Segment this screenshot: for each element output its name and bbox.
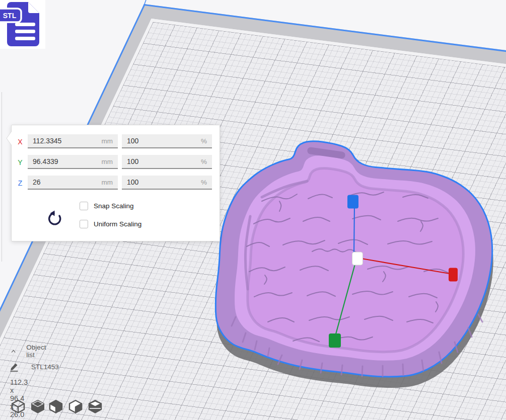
cura-3d-viewport: STL X mm % Y mm % — [0, 0, 506, 420]
scale-handle-y[interactable] — [329, 333, 341, 348]
scale-handle-z[interactable] — [347, 195, 358, 209]
collapsed-sidebar-divider — [2, 92, 2, 262]
axis-z-label: Z — [15, 176, 26, 191]
z-percent-field: % — [122, 176, 212, 190]
view-mode-toolbar — [11, 399, 107, 414]
x-size-field: mm — [28, 134, 118, 148]
y-percent-field: % — [122, 155, 212, 169]
snap-scaling-row: Snap Scaling — [80, 202, 134, 210]
edit-pencil-icon — [9, 362, 19, 372]
mm-unit-label: mm — [102, 158, 113, 165]
scale-axis-line-z — [354, 206, 354, 253]
reset-scale-button[interactable] — [46, 210, 63, 227]
view-cube-solid-icon[interactable] — [30, 399, 45, 414]
x-percent-field: % — [122, 134, 212, 148]
stl-badge-label: STL — [3, 12, 17, 20]
axis-x-label: X — [15, 134, 26, 149]
y-percent-input[interactable] — [127, 157, 198, 165]
z-percent-input[interactable] — [127, 178, 198, 186]
mm-unit-label: mm — [102, 179, 113, 186]
doc-line — [15, 37, 35, 40]
y-size-input[interactable] — [33, 157, 99, 165]
percent-unit-label: % — [201, 137, 207, 145]
object-list-label: Object list — [26, 344, 48, 359]
doc-line — [15, 23, 35, 26]
wall-rib — [403, 364, 403, 375]
object-list-toggle[interactable]: Object list — [11, 344, 48, 359]
document-fold-icon — [28, 2, 39, 13]
stl-file-icon[interactable]: STL — [0, 0, 45, 49]
view-cube-wireframe-icon[interactable] — [11, 399, 26, 414]
object-name-row[interactable]: STL1453 — [9, 362, 59, 372]
wall-rib — [341, 365, 342, 375]
percent-unit-label: % — [201, 158, 207, 165]
view-cube-left-icon[interactable] — [68, 399, 83, 414]
z-size-input[interactable] — [33, 178, 99, 186]
x-size-input[interactable] — [33, 137, 99, 145]
scale-handle-center[interactable] — [352, 252, 363, 265]
reset-counterclockwise-arrow-icon — [46, 210, 63, 227]
uniform-scaling-row: Uniform Scaling — [80, 220, 141, 228]
percent-unit-label: % — [201, 179, 207, 186]
mm-unit-label: mm — [102, 137, 113, 145]
wall-rib — [362, 366, 363, 376]
plate-corner-edge — [144, 0, 146, 4]
scale-tool-panel: X mm % Y mm % Z mm — [11, 125, 220, 241]
snap-scaling-label: Snap Scaling — [94, 202, 134, 210]
uniform-scaling-label: Uniform Scaling — [94, 220, 141, 228]
z-size-field: mm — [28, 176, 118, 190]
chevron-up-icon — [11, 349, 16, 354]
snap-scaling-checkbox[interactable] — [80, 202, 88, 210]
panel-caret — [6, 131, 12, 146]
view-cube-top-icon[interactable] — [88, 399, 103, 414]
doc-line — [15, 30, 35, 33]
view-cube-front-icon[interactable] — [48, 399, 63, 414]
scale-handle-x[interactable] — [449, 268, 458, 282]
uniform-scaling-checkbox[interactable] — [80, 220, 88, 228]
x-percent-input[interactable] — [127, 137, 198, 145]
axis-y-label: Y — [15, 155, 26, 170]
object-name: STL1453 — [31, 363, 59, 371]
y-size-field: mm — [28, 155, 118, 169]
